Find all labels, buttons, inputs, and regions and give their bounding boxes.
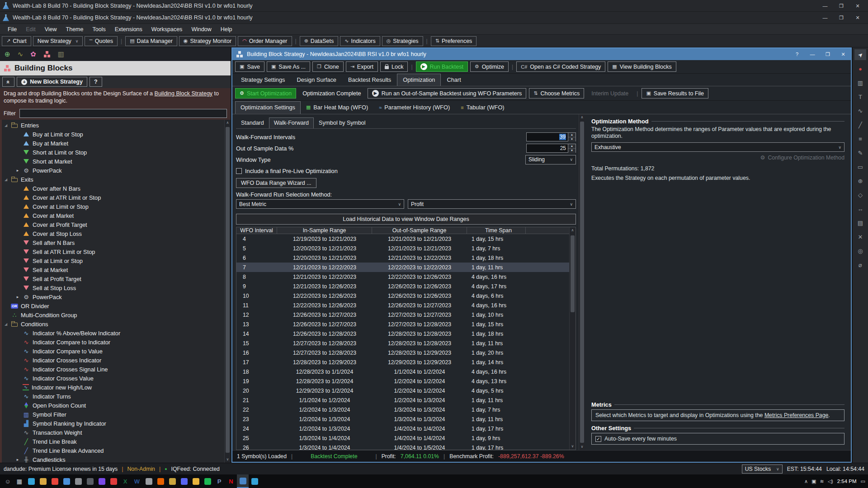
- diamond-icon[interactable]: ◇: [854, 189, 866, 200]
- tab-design-surface[interactable]: Design Surface: [291, 74, 342, 86]
- strategy-monitor-button[interactable]: ◉Strategy Monitor: [179, 36, 236, 46]
- wfo-row-7[interactable]: 712/21/2023 to 12/22/202312/22/2023 to 1…: [236, 263, 569, 272]
- menu-edit[interactable]: Edit: [22, 25, 40, 34]
- scroll-down-icon[interactable]: ∨: [225, 456, 231, 463]
- preferences-button[interactable]: ⇅Preferences: [431, 36, 477, 46]
- wfo-row-13[interactable]: 1312/26/2023 to 12/27/202312/27/2023 to …: [236, 319, 569, 329]
- taskbar-icon-calculator[interactable]: [72, 474, 84, 488]
- tree-item-short-at-market[interactable]: Short at Market: [2, 157, 224, 166]
- volume-icon[interactable]: ◁): [828, 479, 833, 484]
- auto-save-checkbox[interactable]: ✓: [595, 436, 601, 442]
- spin-up-icon[interactable]: ▲: [568, 144, 576, 149]
- network-icon[interactable]: ≋: [820, 479, 824, 484]
- pencil-icon[interactable]: ✎: [854, 147, 866, 158]
- menu-theme[interactable]: Theme: [62, 25, 88, 34]
- delete-icon[interactable]: ✕: [854, 231, 866, 242]
- menu-window[interactable]: Window: [187, 25, 215, 34]
- tree-item-or-divider[interactable]: OROR Divider: [2, 301, 224, 310]
- mode-tab-walk-forward[interactable]: Walk-Forward: [269, 117, 314, 128]
- wfo-row-16[interactable]: 1612/27/2023 to 12/28/202312/28/2023 to …: [236, 348, 569, 357]
- market-select[interactable]: US Stocks ∨: [742, 465, 783, 474]
- spin-up-icon[interactable]: ▲: [568, 133, 576, 137]
- tree-item-trend-line-break-advanced[interactable]: ╱Trend Line Break Advanced: [2, 446, 224, 455]
- scroll-up-icon[interactable]: ∧: [579, 114, 585, 121]
- wfo-row-14[interactable]: 1412/26/2023 to 12/28/202312/28/2023 to …: [236, 329, 569, 338]
- tree-item-powerpack[interactable]: ▸⚙PowerPack: [2, 166, 224, 175]
- tab-optimization[interactable]: Optimization: [397, 74, 441, 86]
- tree-item-cover-at-limit-or-stop[interactable]: Cover at Limit or Stop: [2, 202, 224, 211]
- tree-item-indicator-crosses-signal-line[interactable]: ∿Indicator Crosses Signal Line: [2, 365, 224, 374]
- taskbar-icon-chrome[interactable]: [49, 474, 61, 488]
- column-header-wfo-interval[interactable]: WFO Interval: [236, 227, 277, 234]
- save-button[interactable]: ▣Save: [235, 61, 264, 72]
- run-backtest-button[interactable]: ▶Run Backtest: [416, 61, 468, 72]
- minimize-icon[interactable]: —: [817, 1, 833, 10]
- taskbar-icon-people[interactable]: ☺: [2, 474, 14, 488]
- wfo-row-8[interactable]: 812/21/2023 to 12/22/202312/22/2023 to 1…: [236, 272, 569, 282]
- optimization-method-select[interactable]: Exhaustive ∨: [591, 142, 844, 152]
- selection-metric-select[interactable]: Profit ∨: [408, 199, 576, 209]
- tree-item-trend-line-break[interactable]: ╱Trend Line Break: [2, 437, 224, 446]
- scroll-up-icon[interactable]: ∧: [570, 227, 576, 234]
- wfo-row-21[interactable]: 211/1/2024 to 1/2/20241/2/2024 to 1/3/20…: [236, 395, 569, 405]
- tree-item-cover-after-n-bars[interactable]: Cover after N Bars: [2, 184, 224, 193]
- taskbar-icon-paypal[interactable]: P: [213, 474, 225, 488]
- wfo-data-range-wizard-button[interactable]: WFO Data Range Wizard ...: [236, 178, 316, 188]
- taskbar-icon-edge-2[interactable]: [249, 474, 260, 488]
- wfo-row-12[interactable]: 1212/26/2023 to 12/27/202312/27/2023 to …: [236, 310, 569, 319]
- building-block-strategy-link[interactable]: Building Block Strategy: [155, 90, 213, 97]
- tree-item-sell-at-market[interactable]: Sell at Market: [2, 265, 224, 274]
- table-vertical-scrollbar[interactable]: ∧ ∨: [569, 227, 576, 450]
- close-icon[interactable]: ✕: [837, 50, 849, 59]
- wfo-row-10[interactable]: 1012/22/2023 to 12/26/202312/26/2023 to …: [236, 291, 569, 300]
- notifications-icon[interactable]: ▭: [861, 479, 865, 484]
- menu-workspaces[interactable]: Workspaces: [147, 25, 187, 34]
- start-optimization-button[interactable]: ⚙Start Optimization: [235, 88, 296, 99]
- scroll-down-icon[interactable]: ∨: [579, 444, 585, 450]
- expanded-icon[interactable]: ◢: [4, 322, 8, 326]
- tree-item-sell-at-atr-limit-or-stop[interactable]: Sell at ATR Limit or Stop: [2, 247, 224, 256]
- add-icon[interactable]: ⊕: [854, 175, 866, 186]
- hidden-icons-chevron[interactable]: ∧: [804, 479, 808, 484]
- tree-item-multi-condition-group[interactable]: ∴Multi-Condition Group: [2, 310, 224, 319]
- pre-live-checkbox[interactable]: [236, 168, 242, 174]
- subtab-tabular-wfo[interactable]: ≡Tabular (WFO): [455, 101, 509, 114]
- tab-chart[interactable]: Chart: [441, 74, 467, 86]
- taskbar-icon-media[interactable]: [96, 474, 108, 488]
- mode-tab-symbol-by-symbol[interactable]: Symbol by Symbol: [314, 117, 371, 128]
- tree-item-sell-at-stop-loss[interactable]: Sell at Stop Loss: [2, 283, 224, 292]
- tree-item-indicator-crosses-indicator[interactable]: ∿Indicator Crosses Indicator: [2, 356, 224, 365]
- wfo-row-5[interactable]: 512/20/2023 to 12/21/202312/21/2023 to 1…: [236, 244, 569, 253]
- run-an-out-of-sample-backtest-using-wfo-parameters-button[interactable]: ▶Run an Out-of-Sample Backtest using WFO…: [368, 88, 527, 99]
- tree-item-symbol-filter[interactable]: ▥Symbol Filter: [2, 410, 224, 419]
- out-of-sample-spinner[interactable]: ▲▼: [568, 144, 576, 153]
- collapse-all-button[interactable]: «: [2, 77, 14, 87]
- tree-item-cover-at-stop-loss[interactable]: Cover at Stop Loss: [2, 229, 224, 238]
- taskbar-icon-discord[interactable]: [178, 474, 190, 488]
- wfo-row-20[interactable]: 2012/29/2023 to 1/2/20241/2/2024 to 1/2/…: [236, 386, 569, 395]
- save-results-to-file-button[interactable]: ▣Save Results to File: [642, 88, 708, 99]
- taskbar-icon-widgets[interactable]: ▦: [14, 474, 25, 488]
- indicators-button[interactable]: ∿Indicators: [340, 36, 380, 46]
- open-as-c#-coded-strategy-button[interactable]: C#Open as C# Coded Strategy: [516, 61, 605, 72]
- expanded-icon[interactable]: ◢: [4, 123, 8, 127]
- wfo-row-9[interactable]: 912/21/2023 to 12/26/202312/26/2023 to 1…: [236, 282, 569, 291]
- taskbar-icon-folder[interactable]: [37, 474, 49, 488]
- measure-icon[interactable]: ⌀: [854, 259, 866, 270]
- selection-method-select[interactable]: Best Metric ∨: [236, 199, 404, 209]
- minimize-icon[interactable]: —: [817, 13, 833, 22]
- window-type-select[interactable]: Sliding ∨: [525, 155, 576, 164]
- spin-down-icon[interactable]: ▼: [568, 149, 576, 153]
- quotes-button[interactable]: ““Quotes: [85, 36, 118, 46]
- scrollbar-thumb[interactable]: [226, 127, 230, 453]
- maximize-icon[interactable]: ❐: [834, 13, 849, 22]
- collapsed-icon[interactable]: ▸: [15, 295, 20, 299]
- taskbar-icon-gold-app[interactable]: [166, 474, 178, 488]
- wfo-row-19[interactable]: 1912/28/2023 to 1/2/20241/2/2024 to 1/2/…: [236, 376, 569, 386]
- close-icon[interactable]: ✕: [850, 13, 865, 22]
- tree-item-indicator-new-high-low[interactable]: ∿Indicator new High/Low: [2, 383, 224, 392]
- expanded-icon[interactable]: ◢: [4, 178, 8, 182]
- tree-item-buy-at-limit-or-stop[interactable]: Buy at Limit or Stop: [2, 130, 224, 139]
- panel-vertical-scrollbar[interactable]: ∧ ∨: [579, 114, 585, 450]
- arrows-icon[interactable]: ↔: [854, 203, 866, 214]
